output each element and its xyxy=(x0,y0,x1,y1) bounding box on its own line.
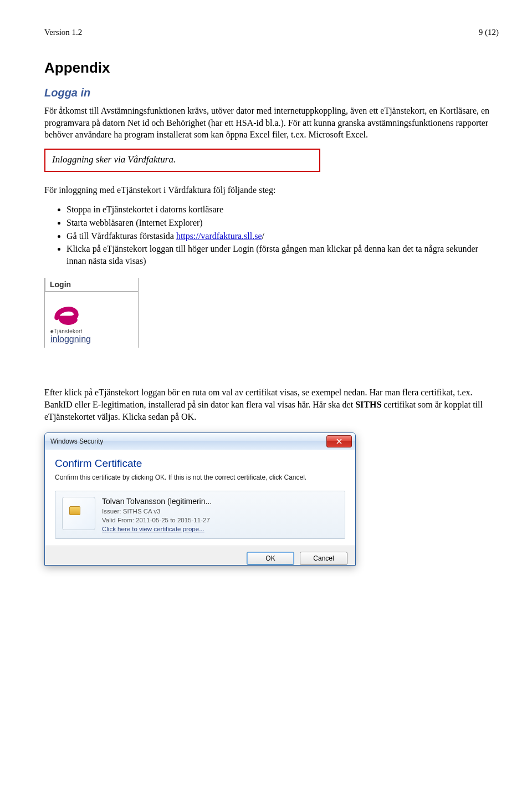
certificate-validity: Valid From: 2011-05-25 to 2015-11-27 xyxy=(102,516,212,525)
certificate-info: Tolvan Tolvansson (legitimerin... Issuer… xyxy=(102,497,212,532)
valid-value: 2011-05-25 to 2015-11-27 xyxy=(136,517,210,523)
page-number: 9 (12) xyxy=(479,28,499,37)
version-label: Version 1.2 xyxy=(44,28,82,37)
list-item: Gå till Vårdfakturas förstasida https://… xyxy=(66,230,499,242)
login-widget: Login eTjänstekort inloggning xyxy=(44,278,139,348)
close-icon xyxy=(336,439,342,444)
view-certificate-link[interactable]: Click here to view certificate prope... xyxy=(102,526,204,532)
ok-button[interactable]: OK xyxy=(247,552,294,565)
certificate-name: Tolvan Tolvansson (legitimerin... xyxy=(102,497,212,506)
list-item-text: Gå till Vårdfakturas förstasida xyxy=(66,231,176,241)
dialog-button-row: OK Cancel xyxy=(45,546,355,565)
certificate-card[interactable]: Tolvan Tolvansson (legitimerin... Issuer… xyxy=(55,491,345,538)
issuer-label: Issuer: xyxy=(102,508,123,515)
intro-paragraph: För åtkomst till Avstämningsfunktionen k… xyxy=(44,105,499,141)
etjanstekort-brand: eTjänstekort xyxy=(50,328,132,334)
smartcard-icon xyxy=(62,497,95,530)
highlight-text: Inloggning sker via Vårdfaktura. xyxy=(52,154,176,165)
steps-intro: För inloggning med eTjänstekort i Vårdfa… xyxy=(44,184,499,196)
section-heading: Logga in xyxy=(44,87,499,99)
highlight-box: Inloggning sker via Vårdfaktura. xyxy=(44,149,320,172)
cancel-button[interactable]: Cancel xyxy=(300,552,347,565)
list-item: Starta webbläsaren (Internet Explorer) xyxy=(66,217,499,229)
page-header: Version 1.2 9 (12) xyxy=(44,28,499,37)
dialog-titlebar: Windows Security xyxy=(45,433,355,450)
close-button[interactable] xyxy=(326,435,352,447)
windows-security-dialog: Windows Security Confirm Certificate Con… xyxy=(44,433,356,565)
dialog-instruction: Confirm this certificate by clicking OK.… xyxy=(55,473,345,482)
list-item: Stoppa in eTjänstekortet i datorns kortl… xyxy=(66,203,499,216)
valid-label: Valid From: xyxy=(102,517,136,523)
after-login-paragraph: Efter klick på eTjänstekort loggan bör e… xyxy=(44,386,499,423)
brand-rest: Tjänstekort xyxy=(54,328,83,334)
appendix-heading: Appendix xyxy=(44,59,499,77)
inloggning-link[interactable]: inloggning xyxy=(50,334,91,344)
dialog-heading: Confirm Certificate xyxy=(55,457,345,470)
login-widget-title: Login xyxy=(45,278,138,292)
list-item: Klicka på eTjänstekort loggan till höger… xyxy=(66,243,499,267)
siths-bold: SITHS xyxy=(355,400,381,409)
steps-list: Stoppa in eTjänstekortet i datorns kortl… xyxy=(44,203,499,267)
issuer-value: SITHS CA v3 xyxy=(123,508,161,515)
dialog-title: Windows Security xyxy=(50,437,103,445)
vardfaktura-link[interactable]: https://vardfaktura.sll.se xyxy=(176,231,262,241)
etjanstekort-logo-icon[interactable] xyxy=(50,301,83,327)
list-item-text: / xyxy=(262,231,264,241)
certificate-issuer: Issuer: SITHS CA v3 xyxy=(102,507,212,516)
